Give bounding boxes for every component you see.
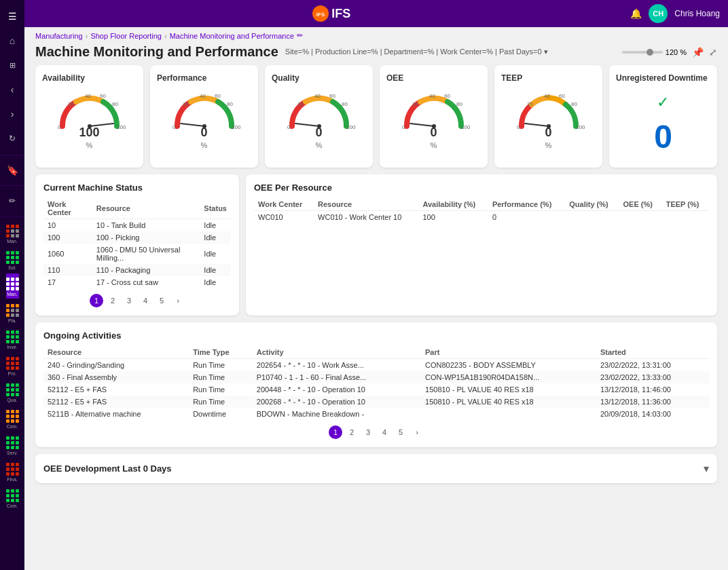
act-page-btn-1[interactable]: 1 bbox=[329, 425, 342, 439]
oee-row-oee bbox=[619, 211, 662, 224]
gauge-performance-svg: 0 20 40 60 80 100 bbox=[167, 87, 242, 131]
page-btn-1[interactable]: 1 bbox=[90, 294, 103, 307]
breadcrumb-shop-floor[interactable]: Shop Floor Reporting bbox=[90, 32, 162, 40]
page-btn-2[interactable]: 2 bbox=[106, 294, 120, 307]
gauge-performance-value: 0 bbox=[200, 126, 207, 140]
gauge-availability-title: Availability bbox=[42, 73, 85, 83]
svg-text:60: 60 bbox=[215, 93, 221, 99]
gauge-oee-unit: % bbox=[431, 141, 437, 149]
svg-text:100: 100 bbox=[232, 124, 241, 130]
oee-row-qual bbox=[565, 211, 619, 224]
sidebar-item-com2[interactable]: Com. bbox=[6, 485, 19, 510]
act-page-btn-2[interactable]: 2 bbox=[345, 425, 359, 439]
sidebar-item-fina[interactable]: Fina. bbox=[6, 459, 19, 484]
svg-text:100: 100 bbox=[576, 124, 585, 130]
ms-wc: 17 bbox=[43, 276, 92, 288]
breadcrumb-machine[interactable]: Machine Monitoring and Performance bbox=[170, 32, 294, 40]
table-row: 17 17 - Cross cut saw Idle bbox=[43, 276, 231, 288]
act-page-btn-next[interactable]: › bbox=[410, 425, 424, 439]
table-row: 110 110 - Packaging Idle bbox=[43, 264, 231, 276]
pin-icon[interactable]: 📌 bbox=[692, 47, 704, 58]
oee-row-teep bbox=[662, 211, 709, 224]
sidebar-grid-icon[interactable]: ⊞ bbox=[0, 53, 24, 77]
act-started: 20/09/2018, 14:03:00 bbox=[596, 408, 709, 420]
machine-status-card: Current Machine Status Work Center Resou… bbox=[35, 174, 239, 316]
ms-wc: 110 bbox=[43, 264, 92, 276]
svg-text:40: 40 bbox=[314, 93, 321, 99]
svg-text:40: 40 bbox=[544, 93, 550, 99]
sidebar-edit-icon[interactable]: ✏ bbox=[0, 189, 24, 213]
svg-text:80: 80 bbox=[456, 101, 462, 107]
zoom-slider[interactable] bbox=[622, 51, 663, 54]
sidebar-back-icon[interactable]: ‹ bbox=[0, 77, 24, 102]
sidebar-item-qua[interactable]: Qua. bbox=[6, 379, 19, 404]
sidebar-item-pro[interactable]: Pro. bbox=[6, 353, 19, 378]
oee-row-wc: WC010 bbox=[254, 211, 314, 224]
content-area: Manufacturing › Shop Floor Reporting › M… bbox=[24, 27, 728, 570]
svg-text:20: 20 bbox=[297, 101, 304, 107]
gauge-availability-unit: % bbox=[86, 141, 93, 149]
gauge-teep-unit: % bbox=[545, 141, 552, 149]
sidebar-forward-icon[interactable]: › bbox=[0, 102, 24, 126]
act-resource: 240 - Grinding/Sanding bbox=[43, 359, 189, 372]
act-page-btn-3[interactable]: 3 bbox=[361, 425, 375, 439]
gauge-availability-wrap: 0 20 40 60 80 100 100 % bbox=[42, 87, 136, 149]
page-btn-5[interactable]: 5 bbox=[155, 294, 168, 307]
svg-text:20: 20 bbox=[68, 101, 74, 107]
sidebar-menu-icon[interactable]: ☰ bbox=[0, 4, 24, 28]
page-title: Machine Monitoring and Performance bbox=[35, 44, 278, 60]
topnav: IFS IFS 🔔 CH Chris Hoang bbox=[24, 0, 728, 27]
page-btn-next[interactable]: › bbox=[171, 294, 185, 307]
gauge-oee-title: OEE bbox=[386, 73, 403, 83]
sidebar-item-inve[interactable]: Inve. bbox=[6, 326, 19, 352]
breadcrumb-manufacturing[interactable]: Manufacturing bbox=[35, 32, 83, 40]
act-part: CON802235 - BODY ASSEMBLY bbox=[421, 359, 596, 372]
oee-col-avail: Availability (%) bbox=[418, 198, 488, 211]
col-work-center: Work Center bbox=[43, 198, 92, 219]
oee-col-teep: TEEP (%) bbox=[662, 198, 709, 211]
gauge-teep-value: 0 bbox=[545, 126, 551, 140]
page-header-right: 120 % 📌 ⤢ bbox=[622, 47, 717, 58]
sidebar-home-icon[interactable]: ⌂ bbox=[0, 28, 24, 53]
sidebar-refresh-icon[interactable]: ↻ bbox=[0, 126, 24, 151]
ongoing-activities-card: Ongoing Activities Resource Time Type Ac… bbox=[35, 322, 717, 447]
svg-text:80: 80 bbox=[112, 101, 118, 107]
sidebar-item-pla[interactable]: Pla. bbox=[6, 300, 19, 325]
ongoing-activities-title: Ongoing Activities bbox=[43, 330, 709, 341]
oee-col-resource: Resource bbox=[314, 198, 418, 211]
act-resource: 52112 - E5 + FAS bbox=[43, 396, 189, 408]
act-resource: 5211B - Alternative machine bbox=[43, 408, 189, 420]
notification-icon[interactable]: 🔔 bbox=[630, 8, 642, 19]
sidebar-item-serv[interactable]: Serv. bbox=[6, 432, 19, 457]
oee-dev-collapse-icon[interactable]: ▾ bbox=[704, 462, 709, 475]
act-started: 23/02/2022, 13:31:00 bbox=[596, 359, 709, 372]
downtime-value: 0 bbox=[654, 118, 672, 155]
sidebar-item-man[interactable]: Man. bbox=[6, 221, 19, 246]
ms-resource: 1060 - DMU 50 Universal Milling... bbox=[92, 244, 200, 264]
act-page-btn-4[interactable]: 4 bbox=[378, 425, 391, 439]
breadcrumb-edit-icon[interactable]: ✏ bbox=[297, 31, 303, 40]
oee-row-perf: 0 bbox=[488, 211, 565, 224]
zoom-slider-thumb[interactable] bbox=[647, 49, 653, 56]
ifs-logo: IFS IFS bbox=[312, 5, 350, 22]
gauge-availability-svg: 0 20 40 60 80 100 bbox=[52, 87, 127, 131]
act-page-btn-5[interactable]: 5 bbox=[394, 425, 407, 439]
sidebar-item-com[interactable]: Com. bbox=[6, 406, 19, 431]
gauge-quality-value: 0 bbox=[315, 126, 322, 140]
sidebar-item-sol[interactable]: Sol. bbox=[6, 247, 19, 272]
svg-text:20: 20 bbox=[527, 101, 533, 107]
gauge-quality-svg: 0 20 40 60 80 100 bbox=[282, 87, 357, 131]
sidebar-item-man2[interactable]: Man. bbox=[6, 273, 19, 299]
act-timetype: Run Time bbox=[189, 383, 253, 396]
filter-bar[interactable]: Site=% | Production Line=% | Department=… bbox=[285, 48, 548, 56]
act-started: 13/12/2018, 11:46:00 bbox=[596, 383, 709, 396]
svg-text:60: 60 bbox=[559, 93, 565, 99]
page-btn-3[interactable]: 3 bbox=[122, 294, 136, 307]
gauge-availability: Availability 0 20 40 60 80 bbox=[35, 65, 143, 168]
gauge-teep-svg: 0 20 40 60 80 100 bbox=[511, 87, 586, 131]
sidebar-bookmark-icon[interactable]: 🔖 bbox=[0, 158, 24, 183]
expand-icon[interactable]: ⤢ bbox=[709, 47, 717, 58]
act-col-activity: Activity bbox=[253, 346, 421, 359]
page-btn-4[interactable]: 4 bbox=[139, 294, 152, 307]
list-item: 240 - Grinding/Sanding Run Time 202654 -… bbox=[43, 359, 709, 372]
